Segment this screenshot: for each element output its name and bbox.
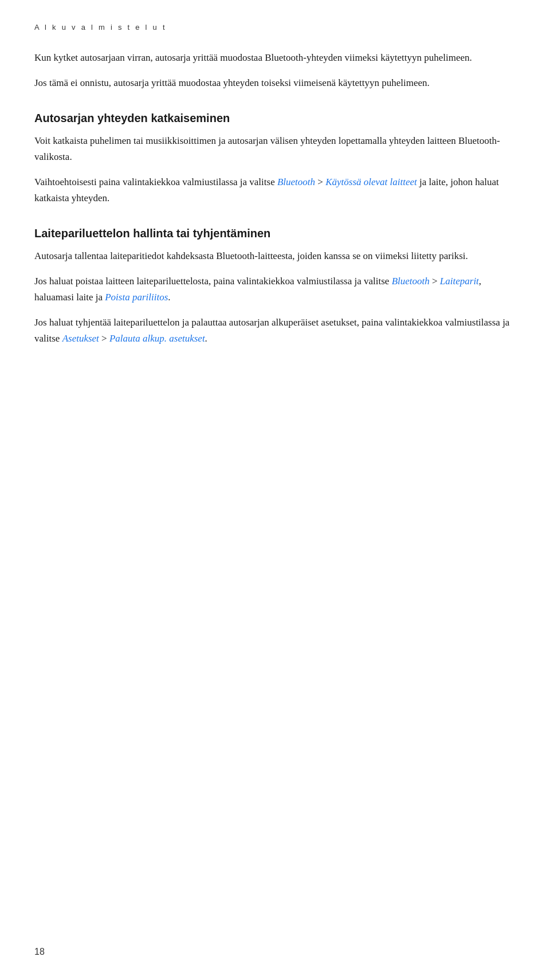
paragraph-3: Voit katkaista puhelimen tai musiikkisoi… — [34, 133, 516, 165]
paragraph-7-mid1: > — [99, 333, 109, 344]
paragraph-4-mid1: > — [315, 177, 325, 187]
link-bluetooth-2: Bluetooth — [392, 276, 430, 287]
section-heading-2: Laitepariluettelon hallinta tai tyhjentä… — [34, 227, 516, 240]
paragraph-4: Vaihtoehtoisesti paina valintakiekkoa va… — [34, 174, 516, 206]
link-palauta-alkup-asetukset: Palauta alkup. asetukset — [109, 333, 205, 344]
paragraph-6: Jos haluat poistaa laitteen laiteparilue… — [34, 273, 516, 305]
paragraph-6-suffix: . — [168, 292, 170, 303]
section-heading-1: Autosarjan yhteyden katkaiseminen — [34, 112, 516, 125]
link-asetukset: Asetukset — [62, 333, 99, 344]
paragraph-1: Kun kytket autosarjaan virran, autosarja… — [34, 50, 516, 66]
paragraph-2: Jos tämä ei onnistu, autosarja yrittää m… — [34, 75, 516, 91]
page-number: 18 — [34, 947, 45, 957]
paragraph-6-mid1: > — [430, 276, 440, 287]
paragraph-6-prefix: Jos haluat poistaa laitteen laiteparilue… — [34, 276, 392, 287]
paragraph-5: Autosarja tallentaa laiteparitiedot kahd… — [34, 248, 516, 264]
paragraph-7-suffix: . — [205, 333, 207, 344]
link-bluetooth-1: Bluetooth — [277, 177, 315, 187]
header-title: A l k u v a l m i s t e l u t — [34, 23, 516, 32]
link-kaytossa-olevat-laitteet: Käytössä olevat laitteet — [325, 177, 417, 187]
paragraph-7: Jos haluat tyhjentää laitepariluettelon … — [34, 315, 516, 347]
paragraph-4-prefix: Vaihtoehtoisesti paina valintakiekkoa va… — [34, 177, 277, 187]
link-laiteparit: Laiteparit — [440, 276, 479, 287]
link-poista-pariliitos: Poista pariliitos — [105, 292, 168, 303]
